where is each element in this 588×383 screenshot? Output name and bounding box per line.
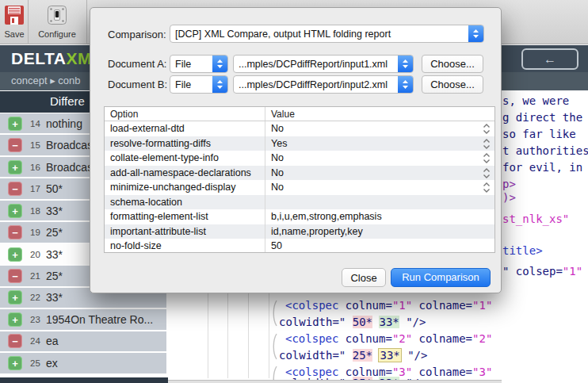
code-line: " colsep="1" <box>502 264 582 278</box>
code-line: so far like <box>502 127 576 141</box>
diff-row-23[interactable]: +231954On Theatre Ro... <box>0 309 166 329</box>
stepper-icon[interactable] <box>483 168 491 181</box>
added-icon: + <box>8 117 22 131</box>
option-name: formatting-element-list <box>105 209 265 224</box>
option-row[interactable]: add-all-namespace-declarations No <box>105 166 494 181</box>
diff-label: 25* <box>46 270 63 282</box>
option-name: load-external-dtd <box>105 121 265 136</box>
comparison-select[interactable]: [DCP] XML Compare, output HTML folding r… <box>170 25 484 43</box>
option-row[interactable]: formatting-element-list b,i,u,em,strong,… <box>105 209 494 224</box>
option-value[interactable]: b,i,u,em,strong,emphasis <box>265 209 494 224</box>
added-icon: + <box>8 356 22 370</box>
breadcrumb[interactable]: concept ▸ conb <box>11 75 80 86</box>
added-icon: + <box>8 247 22 262</box>
added-icon: + <box>8 160 22 174</box>
option-row[interactable]: important-attribute-list id,name,propert… <box>105 224 494 239</box>
diff-number: 22 <box>30 293 40 302</box>
comparison-label: Comparison: <box>108 29 166 40</box>
comparison-select-value: [DCP] XML Compare, output HTML folding r… <box>170 29 468 40</box>
close-button[interactable]: Close <box>342 268 386 287</box>
option-value[interactable]: No <box>265 121 494 136</box>
choose-document-b-button[interactable]: Choose... <box>422 75 483 94</box>
option-value[interactable] <box>265 195 494 210</box>
chevron-up-down-icon <box>398 76 413 93</box>
option-value[interactable]: Yes <box>265 136 494 151</box>
code-line: <colspec colnum="1" colname="1" <box>285 298 492 312</box>
configure-button[interactable]: Configure <box>29 2 85 42</box>
removed-icon: − <box>8 182 22 196</box>
diff-row-24[interactable]: −24ea <box>0 331 166 351</box>
option-value[interactable]: 50 <box>265 239 494 253</box>
removed-icon: − <box>8 334 22 348</box>
back-button[interactable]: ← <box>521 48 578 70</box>
document-b-type-value: File <box>170 79 212 90</box>
diff-label: 50* <box>46 182 63 195</box>
configure-icon <box>47 5 67 29</box>
code-line: s, we were <box>502 94 569 108</box>
chevron-up-down-icon <box>468 25 483 42</box>
diff-label: 33* <box>46 248 63 261</box>
toolbar-separator <box>86 0 87 44</box>
diff-number: 14 <box>30 119 40 128</box>
option-name: resolve-formatting-diffs <box>105 136 265 151</box>
app-logo: DELTAXML <box>11 49 102 68</box>
diff-label: nothing <box>46 117 82 130</box>
diff-number: 18 <box>30 206 40 216</box>
option-row[interactable]: schema-location <box>105 195 494 210</box>
diff-number: 15 <box>30 140 40 150</box>
diff-label: ea <box>46 335 59 347</box>
chevron-up-down-icon <box>398 56 413 72</box>
diff-number: 21 <box>30 271 40 281</box>
document-a-type-select[interactable]: File <box>170 55 228 73</box>
option-row[interactable]: resolve-formatting-diffs Yes <box>105 136 494 151</box>
option-value[interactable]: No <box>265 166 494 181</box>
bottom-bar <box>0 377 168 383</box>
option-name: no-fold-size <box>105 239 265 253</box>
diff-label: Broadcas <box>46 139 93 151</box>
document-b-type-select[interactable]: File <box>170 75 228 94</box>
option-row[interactable]: no-fold-size 50 <box>105 239 494 253</box>
save-button-label: Save <box>4 29 24 39</box>
document-a-path-value: ...mples/DCPdiffReport/input1.xml <box>234 59 398 70</box>
save-button[interactable]: Save <box>2 2 27 42</box>
option-row[interactable]: load-external-dtd No <box>105 121 494 136</box>
fold-marker-icon[interactable] <box>271 333 277 360</box>
diff-row-25[interactable]: +25ex <box>0 353 166 373</box>
diff-label: Broadcas <box>46 161 93 174</box>
diff-number: 23 <box>30 315 40 324</box>
added-icon: + <box>8 312 22 327</box>
option-value[interactable]: id,name,property,key <box>265 224 494 239</box>
option-row[interactable]: collate-element-type-info No <box>105 151 494 166</box>
app-window: { "toolbar": { "save_label": "Save", "co… <box>0 0 588 383</box>
stepper-icon[interactable] <box>483 153 491 166</box>
option-value[interactable]: No <box>265 180 494 195</box>
run-comparison-button[interactable]: Run Comparison <box>391 268 491 287</box>
choose-document-a-button[interactable]: Choose... <box>422 55 483 73</box>
code-line: colwidth=" 25* 33* "/> <box>279 348 427 362</box>
added-icon: + <box>8 290 22 304</box>
removed-icon: − <box>8 269 22 283</box>
option-name: schema-location <box>105 195 265 210</box>
fold-marker-icon[interactable] <box>271 300 277 327</box>
code-line: t authorities <box>502 144 588 158</box>
option-row[interactable]: minimize-unchanged-display No <box>105 180 494 195</box>
diff-label: 1954On Theatre Ro... <box>46 313 153 326</box>
horizontal-scrollbar[interactable] <box>168 380 502 383</box>
removed-icon: − <box>8 225 22 239</box>
code-line: p> <box>502 177 516 191</box>
option-value[interactable]: No <box>265 151 494 166</box>
diff-label: 25* <box>46 226 63 239</box>
code-line: for evil, in <box>502 160 582 174</box>
run-comparison-dialog: Comparison: [DCP] XML Compare, output HT… <box>90 7 502 293</box>
option-column-header: Option <box>105 107 265 121</box>
stepper-icon[interactable] <box>483 182 491 195</box>
document-b-path-select[interactable]: ...mples/DCPdiffReport/input2.xml <box>233 75 414 94</box>
removed-icon: − <box>8 138 22 152</box>
toolbar-separator <box>28 0 29 44</box>
value-column-header: Value <box>265 107 494 121</box>
code-line: colwidth=" 50* 33* "/> <box>279 315 426 329</box>
configure-button-label: Configure <box>38 29 76 39</box>
stepper-icon[interactable] <box>483 124 491 136</box>
document-a-path-select[interactable]: ...mples/DCPdiffReport/input1.xml <box>233 55 414 73</box>
stepper-icon[interactable] <box>483 139 491 151</box>
